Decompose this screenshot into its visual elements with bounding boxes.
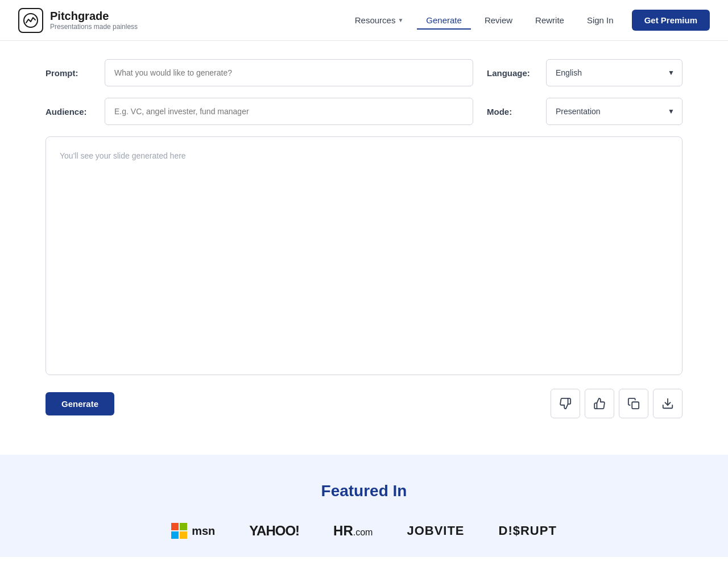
language-select[interactable]: English Spanish French German Chinese Ja… xyxy=(546,59,682,86)
brand-name: Pitchgrade xyxy=(50,10,138,23)
logo-area[interactable]: Pitchgrade Presentations made painless xyxy=(18,8,138,33)
logo-icon xyxy=(18,8,43,33)
prompt-label: Prompt: xyxy=(46,68,91,78)
audience-row: Audience: Mode: Presentation Document Su… xyxy=(46,98,682,125)
brand-tagline: Presentations made painless xyxy=(50,23,138,31)
svg-rect-5 xyxy=(171,531,179,539)
prompt-input[interactable] xyxy=(105,59,473,86)
nav-resources[interactable]: Resources ▼ xyxy=(346,11,413,30)
nav-rewrite[interactable]: Rewrite xyxy=(526,11,573,30)
generate-button[interactable]: Generate xyxy=(46,392,114,415)
language-label: Language: xyxy=(487,68,532,78)
language-select-wrapper: English Spanish French German Chinese Ja… xyxy=(546,59,682,86)
disrupt-logo: D!$RUPT xyxy=(499,523,557,538)
mode-select[interactable]: Presentation Document Summary xyxy=(546,98,682,125)
slide-preview: You'll see your slide generated here xyxy=(46,136,682,375)
action-row: Generate xyxy=(46,389,682,418)
msn-logo: msn xyxy=(171,523,215,539)
slide-placeholder-text: You'll see your slide generated here xyxy=(60,151,186,160)
featured-title: Featured In xyxy=(23,482,705,500)
copy-button[interactable] xyxy=(619,389,648,418)
nav-review[interactable]: Review xyxy=(475,11,522,30)
main-content: Prompt: Language: English Spanish French… xyxy=(23,41,705,436)
audience-label: Audience: xyxy=(46,107,91,117)
chevron-down-icon: ▼ xyxy=(398,17,403,23)
action-icons xyxy=(551,389,682,418)
get-premium-button[interactable]: Get Premium xyxy=(632,10,710,31)
mode-select-wrapper: Presentation Document Summary ▼ xyxy=(546,98,682,125)
featured-section: Featured In msn YAHOO! HR.com JOBVITE D!… xyxy=(0,455,728,557)
thumbs-down-button[interactable] xyxy=(551,389,580,418)
main-nav: Resources ▼ Generate Review Rewrite Sign… xyxy=(346,10,710,31)
yahoo-logo: YAHOO! xyxy=(249,523,299,539)
svg-rect-6 xyxy=(180,531,187,539)
prompt-row: Prompt: Language: English Spanish French… xyxy=(46,59,682,86)
svg-rect-1 xyxy=(632,402,639,409)
download-button[interactable] xyxy=(653,389,682,418)
nav-generate[interactable]: Generate xyxy=(417,11,471,30)
mode-label: Mode: xyxy=(487,107,532,117)
audience-input[interactable] xyxy=(105,98,473,125)
featured-logos: msn YAHOO! HR.com JOBVITE D!$RUPT xyxy=(23,523,705,539)
svg-rect-4 xyxy=(180,523,187,530)
nav-signin[interactable]: Sign In xyxy=(578,11,623,30)
jobvite-logo: JOBVITE xyxy=(407,523,464,538)
thumbs-up-button[interactable] xyxy=(585,389,614,418)
hrcom-logo: HR.com xyxy=(333,523,373,539)
svg-rect-3 xyxy=(171,523,179,530)
logo-text: Pitchgrade Presentations made painless xyxy=(50,10,138,31)
header: Pitchgrade Presentations made painless R… xyxy=(0,0,728,41)
